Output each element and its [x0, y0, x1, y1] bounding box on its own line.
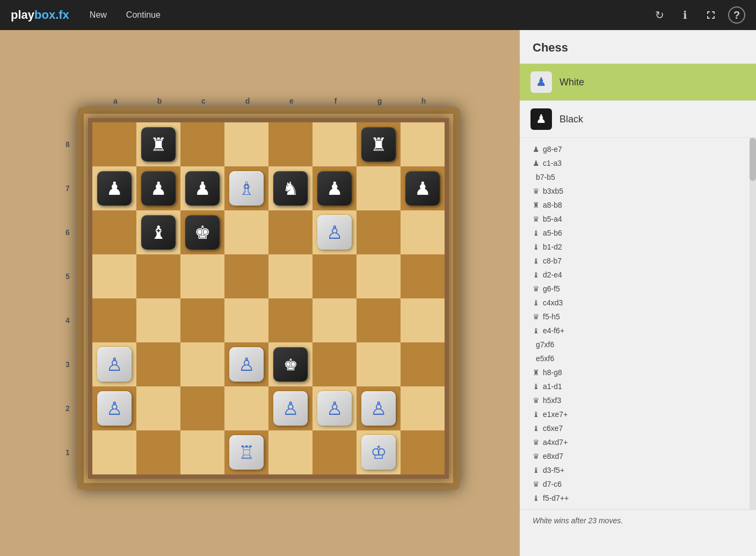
cell-e5[interactable]	[268, 254, 312, 298]
move-4-icon: ♛	[533, 187, 540, 195]
cell-f4[interactable]	[312, 298, 357, 342]
piece-black-pawn-f7[interactable]: ♟	[317, 171, 352, 206]
cell-g6[interactable]	[357, 210, 401, 254]
cell-h7[interactable]: ♟	[401, 166, 445, 210]
cell-b6[interactable]: ♝	[136, 210, 180, 254]
nav-new[interactable]: New	[85, 8, 111, 22]
cell-d4[interactable]	[224, 298, 268, 342]
cell-d6[interactable]	[224, 210, 268, 254]
cell-a2[interactable]: ♙	[92, 386, 136, 430]
cell-a1[interactable]	[92, 430, 136, 474]
cell-e4[interactable]	[268, 298, 312, 342]
cell-g5[interactable]	[357, 254, 401, 298]
piece-black-pawn-b7[interactable]: ♟	[141, 171, 176, 206]
cell-c2[interactable]	[180, 386, 224, 430]
cell-h1[interactable]	[401, 430, 445, 474]
piece-white-pawn-f6[interactable]: ♙	[317, 215, 352, 250]
cell-f6[interactable]: ♙	[312, 210, 357, 254]
player-row-black[interactable]: ♟ Black	[520, 101, 756, 138]
piece-black-rook-g8[interactable]: ♜	[361, 127, 396, 162]
info-icon[interactable]: ℹ	[677, 6, 694, 24]
piece-black-bishop-b6[interactable]: ♝	[141, 215, 176, 250]
cell-e8[interactable]	[268, 122, 312, 166]
piece-white-rook-d1[interactable]: ♖	[229, 435, 264, 470]
move-10-icon: ♝	[533, 270, 540, 279]
refresh-icon[interactable]: ↻	[651, 6, 668, 24]
cell-c6[interactable]: ♚	[180, 210, 224, 254]
cell-a7[interactable]: ♟	[92, 166, 136, 210]
cell-d8[interactable]	[224, 122, 268, 166]
cell-c1[interactable]	[180, 430, 224, 474]
piece-white-bishop-d7[interactable]: ♗	[229, 171, 264, 206]
scrollbar-track[interactable]	[750, 138, 756, 509]
cell-g3[interactable]	[357, 342, 401, 386]
cell-a8[interactable]	[92, 122, 136, 166]
cell-e3[interactable]: ♚	[268, 342, 312, 386]
cell-b2[interactable]	[136, 386, 180, 430]
cell-c7[interactable]: ♟	[180, 166, 224, 210]
cell-g2[interactable]: ♙	[357, 386, 401, 430]
cell-b5[interactable]	[136, 254, 180, 298]
cell-g1[interactable]: ♔	[357, 430, 401, 474]
cell-f8[interactable]	[312, 122, 357, 166]
piece-black-pawn-a7[interactable]: ♟	[97, 171, 132, 206]
cell-h4[interactable]	[401, 298, 445, 342]
cell-d2[interactable]	[224, 386, 268, 430]
cell-c8[interactable]	[180, 122, 224, 166]
piece-black-pawn-c7[interactable]: ♟	[185, 171, 220, 206]
piece-black-rook-b8[interactable]: ♜	[141, 127, 176, 162]
cell-c5[interactable]	[180, 254, 224, 298]
cell-f3[interactable]	[312, 342, 357, 386]
cell-b3[interactable]	[136, 342, 180, 386]
cell-b7[interactable]: ♟	[136, 166, 180, 210]
cell-g8[interactable]: ♜	[357, 122, 401, 166]
cell-c4[interactable]	[180, 298, 224, 342]
cell-h3[interactable]	[401, 342, 445, 386]
piece-white-pawn-e2[interactable]: ♙	[273, 391, 308, 426]
cell-g4[interactable]	[357, 298, 401, 342]
cell-h2[interactable]	[401, 386, 445, 430]
help-icon[interactable]: ?	[728, 6, 745, 24]
cell-e1[interactable]	[268, 430, 312, 474]
cell-g7[interactable]	[357, 166, 401, 210]
cell-f1[interactable]	[312, 430, 357, 474]
cell-d5[interactable]	[224, 254, 268, 298]
cell-h8[interactable]	[401, 122, 445, 166]
cell-f2[interactable]: ♙	[312, 386, 357, 430]
cell-f5[interactable]	[312, 254, 357, 298]
piece-white-pawn-f2[interactable]: ♙	[317, 391, 352, 426]
piece-white-king-g1[interactable]: ♔	[361, 435, 396, 470]
piece-black-knight-e7[interactable]: ♞	[273, 171, 308, 206]
cell-a5[interactable]	[92, 254, 136, 298]
cell-a4[interactable]	[92, 298, 136, 342]
cell-c3[interactable]	[180, 342, 224, 386]
cell-f7[interactable]: ♟	[312, 166, 357, 210]
piece-black-king-e3[interactable]: ♚	[273, 347, 308, 382]
fullscreen-icon[interactable]	[702, 6, 719, 24]
cell-h5[interactable]	[401, 254, 445, 298]
piece-white-pawn-d3[interactable]: ♙	[229, 347, 264, 382]
piece-white-pawn-a2[interactable]: ♙	[97, 391, 132, 426]
cell-d7[interactable]: ♗	[224, 166, 268, 210]
move-16: e5xf6	[533, 352, 737, 365]
piece-black-pawn-h7[interactable]: ♟	[405, 171, 440, 206]
move-24-icon: ♝	[533, 466, 540, 474]
scrollbar-thumb[interactable]	[750, 138, 756, 181]
cell-d3[interactable]: ♙	[224, 342, 268, 386]
cell-b4[interactable]	[136, 298, 180, 342]
cell-b1[interactable]	[136, 430, 180, 474]
board-with-row-labels: 8 7 6 5 4 3 2 1 ♜	[60, 107, 460, 489]
cell-e6[interactable]	[268, 210, 312, 254]
piece-white-pawn-g2[interactable]: ♙	[361, 391, 396, 426]
nav-continue[interactable]: Continue	[122, 8, 165, 22]
cell-d1[interactable]: ♖	[224, 430, 268, 474]
cell-a3[interactable]: ♙	[92, 342, 136, 386]
cell-h6[interactable]	[401, 210, 445, 254]
player-row-white[interactable]: ♟ White	[520, 64, 756, 101]
cell-e2[interactable]: ♙	[268, 386, 312, 430]
cell-e7[interactable]: ♞	[268, 166, 312, 210]
piece-white-pawn-a3[interactable]: ♙	[97, 347, 132, 382]
piece-black-king-c6[interactable]: ♚	[185, 215, 220, 250]
cell-a6[interactable]	[92, 210, 136, 254]
cell-b8[interactable]: ♜	[136, 122, 180, 166]
